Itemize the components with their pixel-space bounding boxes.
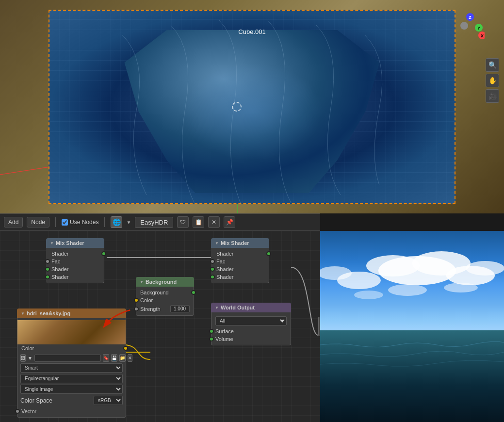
render-sky bbox=[320, 231, 504, 336]
background-header[interactable]: ▼ Background bbox=[136, 277, 194, 287]
hdri-node[interactable]: ▼ hdri_sea&sky.jpg Color 🖼 ▼ hdri_sea&sk… bbox=[17, 308, 126, 418]
svg-point-13 bbox=[366, 255, 420, 276]
svg-text:Z: Z bbox=[469, 15, 471, 20]
hdri-filename-input[interactable]: hdri_sea&sky.jpg bbox=[34, 355, 101, 362]
wo-dropdown-arrow: ▼ bbox=[280, 318, 285, 324]
use-nodes-checkbox-label[interactable]: Use Nodes bbox=[62, 219, 98, 226]
hdri-body: Color 🖼 ▼ hdri_sea&sky.jpg 🔖 💾 📁 ✕ S bbox=[17, 318, 126, 418]
shield-icon[interactable]: 🛡 bbox=[177, 216, 189, 228]
world-output-volume-socket[interactable] bbox=[209, 337, 214, 341]
background-node[interactable]: ▼ Background Background Color Strength 1… bbox=[136, 277, 194, 316]
mix-shader-1-fac-socket[interactable] bbox=[45, 259, 50, 264]
world-output-title: World Output bbox=[221, 305, 255, 310]
copy-icon[interactable]: 📋 bbox=[193, 216, 204, 228]
world-output-dropdown[interactable]: All bbox=[215, 316, 287, 325]
hdri-projection-select[interactable]: Equirectangular bbox=[20, 374, 123, 383]
world-output-volume-label: Volume bbox=[215, 336, 233, 342]
world-output-header[interactable]: ▼ World Output bbox=[211, 303, 291, 312]
mix-shader-2-fac-socket[interactable] bbox=[210, 259, 215, 264]
close-shader-icon[interactable]: ✕ bbox=[208, 216, 220, 228]
hdri-folder-icon[interactable]: 📁 bbox=[119, 354, 126, 362]
node-canvas[interactable]: ▼ Mix Shader Shader Fac Shader bbox=[0, 231, 320, 422]
mix-shader-2-shader-out-socket[interactable] bbox=[266, 251, 271, 256]
hdri-collapse-arrow[interactable]: ▼ bbox=[21, 311, 25, 316]
hdri-save-icon[interactable]: 💾 bbox=[111, 354, 117, 362]
background-strength-value[interactable]: 1.000 bbox=[170, 305, 190, 312]
hdri-mapping-select[interactable]: Smart bbox=[20, 363, 123, 373]
mix-shader-1-title: Mix Shader bbox=[56, 240, 84, 246]
background-out-socket[interactable] bbox=[191, 290, 196, 295]
hdri-image-preview bbox=[17, 320, 126, 344]
node-menu-button[interactable]: Node bbox=[27, 217, 49, 227]
hdri-color-out-label: Color bbox=[21, 345, 34, 351]
world-output-volume-row: Volume bbox=[211, 335, 291, 343]
toolbar-sep-2 bbox=[104, 217, 105, 227]
panel-collapse-button[interactable]: ❮ bbox=[318, 317, 320, 336]
collapse-arrow-1[interactable]: ▼ bbox=[50, 241, 54, 245]
mix-shader-node-1[interactable]: ▼ Mix Shader Shader Fac Shader bbox=[46, 238, 104, 283]
mesh-detail bbox=[49, 11, 455, 203]
mix-shader-1-shader-out-label: Shader bbox=[51, 251, 68, 257]
object-label: Cube.001 bbox=[238, 28, 265, 35]
mix-shader-1-shader1-socket[interactable] bbox=[45, 267, 50, 272]
viewport-reticle bbox=[232, 102, 242, 112]
collapse-arrow-2[interactable]: ▼ bbox=[215, 241, 219, 245]
hdri-dropdown-arrow: ▼ bbox=[28, 356, 33, 361]
hdri-colorspace-select[interactable]: sRGB bbox=[94, 396, 123, 405]
hdri-bookmark-icon[interactable]: 🔖 bbox=[103, 354, 109, 362]
hdri-color-out-socket[interactable] bbox=[123, 346, 128, 351]
mix-shader-1-header[interactable]: ▼ Mix Shader bbox=[46, 238, 104, 248]
add-menu-button[interactable]: Add bbox=[4, 217, 23, 227]
world-output-node[interactable]: ▼ World Output All ▼ Surface Volume bbox=[211, 303, 291, 345]
hdri-vector-socket[interactable] bbox=[15, 409, 20, 414]
svg-point-20 bbox=[354, 291, 383, 299]
mix-shader-1-body: Shader Fac Shader Shader bbox=[46, 248, 104, 283]
hdri-color-out-row: Color bbox=[17, 344, 126, 352]
world-icon[interactable]: 🌐 bbox=[111, 216, 122, 228]
shader-name-field[interactable]: EasyHDR bbox=[135, 217, 173, 228]
hdri-close-icon[interactable]: ✕ bbox=[128, 354, 132, 362]
background-strength-row: Strength 1.000 bbox=[136, 304, 194, 313]
mix-shader-1-fac-label: Fac bbox=[51, 259, 60, 264]
hdri-vector-label: Vector bbox=[21, 408, 36, 414]
hdri-colorspace-label: Color Space bbox=[20, 397, 52, 404]
hdri-controls: 🖼 ▼ hdri_sea&sky.jpg 🔖 💾 📁 ✕ Smart Equir… bbox=[17, 352, 126, 407]
camera-tool[interactable]: 🎥 bbox=[486, 89, 499, 103]
hdri-vector-row: Vector bbox=[17, 407, 126, 415]
use-nodes-label: Use Nodes bbox=[70, 219, 98, 226]
world-output-body: All ▼ Surface Volume bbox=[211, 312, 291, 345]
hdri-header[interactable]: ▼ hdri_sea&sky.jpg bbox=[17, 308, 126, 318]
3d-object bbox=[49, 10, 455, 204]
pin-icon[interactable]: 📌 bbox=[224, 216, 235, 228]
use-nodes-checkbox[interactable] bbox=[62, 219, 68, 226]
collapse-chevron: ❮ bbox=[320, 324, 320, 329]
mix-shader-2-shader2-label: Shader bbox=[216, 274, 233, 280]
mix-shader-2-shader-out-row: Shader bbox=[212, 250, 269, 258]
hdri-img-icon[interactable]: 🖼 bbox=[20, 354, 26, 362]
pan-tool[interactable]: ✋ bbox=[486, 74, 499, 87]
mix-shader-node-2[interactable]: ▼ Mix Shader Shader Fac Shader bbox=[211, 238, 269, 283]
zoom-tool[interactable]: 🔍 bbox=[486, 58, 499, 72]
mix-shader-2-fac-row: Fac bbox=[212, 258, 269, 265]
svg-point-19 bbox=[444, 283, 478, 292]
wo-collapse-arrow[interactable]: ▼ bbox=[215, 306, 219, 310]
viewport-3d: Cube.001 Z Y X 🔍 ✋ 🎥 bbox=[0, 0, 504, 213]
bg-collapse-arrow[interactable]: ▼ bbox=[140, 280, 144, 284]
hdri-image-type-select[interactable]: Single Image bbox=[20, 385, 123, 394]
mix-shader-2-shader2-row: Shader bbox=[212, 273, 269, 281]
mix-shader-2-shader2-socket[interactable] bbox=[210, 275, 215, 279]
node-editor: ▼ Mix Shader Shader Fac Shader bbox=[0, 231, 320, 422]
mix-shader-1-shader-out-socket[interactable] bbox=[101, 251, 106, 256]
background-color-socket[interactable] bbox=[134, 298, 139, 303]
mix-shader-2-body: Shader Fac Shader Shader bbox=[211, 248, 269, 283]
mix-shader-2-shader1-socket[interactable] bbox=[210, 267, 215, 272]
render-sea bbox=[320, 330, 504, 422]
sea-ripples bbox=[320, 330, 504, 422]
world-output-surface-row: Surface bbox=[211, 327, 291, 335]
mix-shader-2-header[interactable]: ▼ Mix Shader bbox=[211, 238, 269, 248]
background-strength-socket[interactable] bbox=[134, 307, 139, 311]
mix-shader-1-shader2-socket[interactable] bbox=[45, 275, 50, 279]
svg-point-18 bbox=[388, 284, 427, 296]
background-title: Background bbox=[146, 279, 177, 285]
world-output-surface-socket[interactable] bbox=[209, 329, 214, 334]
